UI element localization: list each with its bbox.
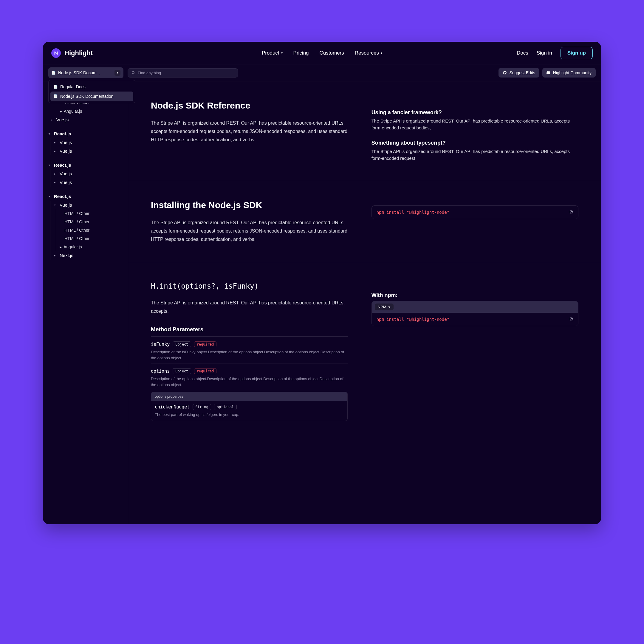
- sidebar-item[interactable]: ▸Next.js: [53, 251, 124, 260]
- chevron-right-icon: ▸: [54, 141, 58, 144]
- signup-button[interactable]: Sign up: [561, 47, 593, 59]
- param-desc: Description of the isFunky object.Descri…: [151, 349, 348, 361]
- chevron-down-icon: ▾: [54, 204, 58, 207]
- section-installing: Installing the Node.js SDK The Stripe AP…: [128, 181, 601, 263]
- param-type-chip: Object: [173, 341, 191, 347]
- param-name: options: [151, 369, 170, 374]
- param-name: isFunky: [151, 342, 170, 347]
- section-body: The Stripe API is organized around REST.…: [151, 219, 348, 244]
- param-type-chip: String: [193, 404, 211, 410]
- content[interactable]: Node.js SDK Reference The Stripe API is …: [128, 81, 601, 524]
- svg-rect-3: [570, 211, 572, 213]
- param-desc: Description of the options object.Descri…: [151, 376, 348, 388]
- chevron-right-icon: ▸: [54, 254, 58, 257]
- sidebar-item[interactable]: ▸Vue.js: [53, 138, 124, 147]
- method-signature: H.init(options?, isFunky): [151, 282, 348, 290]
- nav-product[interactable]: Product▾: [262, 50, 283, 56]
- copy-icon[interactable]: [569, 317, 574, 322]
- nav-center: Product▾ Pricing Customers Resources▾: [262, 50, 382, 56]
- selector-icon: ⇅: [388, 306, 391, 309]
- code-label: With npm:: [371, 292, 578, 298]
- chevron-right-icon: ▸: [54, 181, 58, 184]
- param-desc: The best part of waking up, is folgers i…: [155, 412, 344, 418]
- svg-rect-5: [570, 318, 572, 320]
- sidebar-item[interactable]: ▸Vue.js: [49, 115, 124, 124]
- toolbar-right: Suggest Edits Highlight Community: [499, 68, 596, 78]
- chevron-right-icon: ▸: [54, 150, 58, 153]
- aside-body: The Stripe API is organized around REST.…: [371, 148, 578, 162]
- section-reference: Node.js SDK Reference The Stripe API is …: [128, 81, 601, 181]
- sidebar-item[interactable]: ▸Angular.js: [59, 107, 124, 115]
- brand-name: Highlight: [64, 49, 93, 57]
- doc-selector[interactable]: 📄 Node.js SDK Docum... ▾: [48, 67, 123, 78]
- app-window: Highlight Product▾ Pricing Customers Res…: [43, 42, 601, 524]
- nav-docs[interactable]: Docs: [517, 50, 528, 56]
- sidebar-item[interactable]: ▸Vue.js: [53, 169, 124, 178]
- package-manager-selector[interactable]: NPM ⇅: [375, 304, 394, 310]
- file-icon: 📄: [51, 71, 56, 75]
- chevron-down-icon: ▾: [114, 70, 120, 76]
- aside-title: Using a fancier framework?: [371, 109, 578, 116]
- chevron-down-icon: ▾: [281, 51, 283, 55]
- search-input[interactable]: Find anything: [128, 68, 238, 78]
- body: HTML / Other ▸Angular.js ▸Vue.js ▾React.…: [43, 81, 601, 524]
- param-type-chip: Object: [173, 368, 191, 374]
- suggest-edits-button[interactable]: Suggest Edits: [499, 68, 539, 78]
- aside-title: Something about typescript?: [371, 140, 578, 146]
- search-placeholder: Find anything: [138, 71, 161, 75]
- chevron-right-icon: ▸: [60, 109, 62, 114]
- nav-right: Docs Sign in Sign up: [517, 47, 593, 59]
- dropdown-item-regular-docs[interactable]: 📄 Regular Docs: [50, 82, 133, 92]
- file-icon: 📄: [53, 94, 58, 98]
- logo-area: Highlight: [51, 48, 93, 58]
- nav-customers[interactable]: Customers: [320, 50, 344, 56]
- code-card-header: NPM ⇅: [372, 301, 578, 313]
- section-body: The Stripe API is organized around REST.…: [151, 299, 348, 315]
- sidebar-section-react[interactable]: ▾React.js: [47, 192, 124, 201]
- param-row: isFunky Object required Description of t…: [151, 336, 348, 363]
- doc-selector-label: Node.js SDK Docum...: [58, 70, 112, 75]
- code-snippet: npm install "@highlight/node": [371, 205, 578, 219]
- logo-icon: [51, 48, 61, 58]
- param-required-chip: required: [194, 341, 217, 347]
- community-button[interactable]: Highlight Community: [542, 68, 596, 78]
- section-title: Installing the Node.js SDK: [151, 200, 348, 210]
- chevron-right-icon: ▸: [54, 172, 58, 175]
- code-snippet: npm install "@highlight/node": [372, 313, 578, 326]
- sidebar-item[interactable]: ▾Vue.js: [53, 201, 124, 209]
- param-required-chip: required: [194, 368, 217, 374]
- nav-signin[interactable]: Sign in: [537, 50, 552, 56]
- sidebar-item[interactable]: HTML / Other: [58, 218, 124, 226]
- params-heading: Method Parameters: [151, 326, 348, 333]
- sidebar-section-react[interactable]: ▾React.js: [47, 129, 124, 138]
- github-icon: [503, 71, 507, 75]
- param-row: options Object required Description of t…: [151, 363, 348, 423]
- sidebar-item[interactable]: HTML / Other: [58, 209, 124, 218]
- section-title: Node.js SDK Reference: [151, 100, 348, 111]
- section-body: The Stripe API is organized around REST.…: [151, 119, 348, 144]
- sidebar-item[interactable]: HTML / Other: [58, 226, 124, 234]
- aside-body: The Stripe API is organized around REST.…: [371, 117, 578, 131]
- sidebar-item[interactable]: ▸Vue.js: [53, 147, 124, 155]
- svg-point-0: [132, 71, 134, 74]
- sidebar-section-react[interactable]: ▾React.js: [47, 161, 124, 169]
- dropdown-item-node-sdk[interactable]: 📄 Node.js SDK Documentation: [50, 92, 133, 101]
- copy-icon[interactable]: [569, 210, 574, 215]
- sidebar: HTML / Other ▸Angular.js ▸Vue.js ▾React.…: [43, 81, 128, 524]
- toolbar: 📄 Node.js SDK Docum... ▾ Find anything S…: [43, 64, 601, 81]
- svg-line-1: [134, 73, 135, 74]
- chevron-down-icon: ▾: [381, 51, 382, 55]
- sidebar-item[interactable]: ▸Vue.js: [53, 178, 124, 187]
- header: Highlight Product▾ Pricing Customers Res…: [43, 42, 601, 64]
- nested-params-header: options properties: [151, 392, 347, 401]
- code-card: NPM ⇅ npm install "@highlight/node": [371, 301, 578, 326]
- sidebar-item[interactable]: ▸Angular.js: [58, 243, 124, 251]
- chevron-down-icon: ▾: [49, 132, 52, 135]
- svg-rect-2: [571, 211, 573, 214]
- svg-rect-4: [571, 318, 573, 321]
- chevron-right-icon: ▸: [51, 118, 55, 121]
- nav-pricing[interactable]: Pricing: [293, 50, 309, 56]
- chevron-down-icon: ▾: [49, 195, 52, 198]
- sidebar-item[interactable]: HTML / Other: [58, 234, 124, 243]
- nav-resources[interactable]: Resources▾: [355, 50, 382, 56]
